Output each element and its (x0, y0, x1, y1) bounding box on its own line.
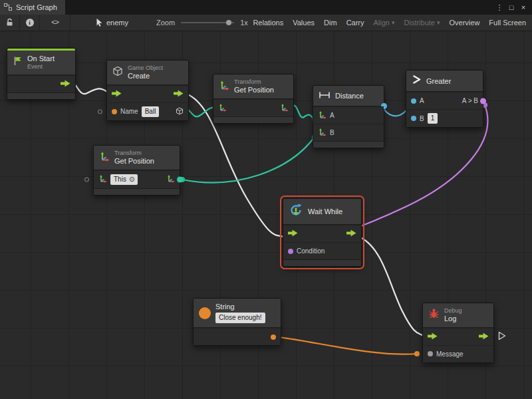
fullscreen-button[interactable]: Full Screen (484, 15, 531, 31)
zoom-slider[interactable] (181, 22, 234, 23)
info-button[interactable]: i (20, 15, 40, 31)
control-output-port[interactable] (61, 80, 70, 88)
control-output-port[interactable] (174, 90, 184, 98)
node-header: Distance (313, 86, 384, 106)
node-get-position-1[interactable]: TransformGet Position (213, 74, 294, 124)
port-label: Message (436, 350, 464, 358)
graph-name-label: enemy (106, 19, 128, 27)
a-input-port[interactable] (411, 98, 416, 104)
chevron-down-icon: ▾ (437, 19, 440, 26)
b-input-port[interactable] (411, 116, 416, 121)
string-value-field[interactable]: Close enough! (215, 313, 265, 323)
cursor-icon (96, 18, 103, 28)
node-greater[interactable]: Greater A A > B B 1 (406, 70, 483, 128)
transform-input-port[interactable] (98, 174, 107, 184)
unconnected-port-ring (98, 109, 102, 114)
vector-output-dot[interactable] (177, 176, 183, 182)
flag-icon (13, 56, 23, 68)
node-string-literal[interactable]: String Close enough! (193, 298, 281, 346)
node-distance[interactable]: Distance A B (313, 85, 384, 148)
window-title: Script Graph (16, 3, 57, 11)
node-subtitle: Game Object (128, 65, 163, 72)
node-debug-log[interactable]: DebugLog Message (422, 303, 494, 363)
port-label: B (420, 115, 424, 122)
node-footer (283, 259, 361, 266)
overview-button[interactable]: Overview (445, 15, 485, 31)
node-title: Wait While (308, 207, 342, 215)
node-subtitle: Transform (114, 150, 154, 157)
port-label: B (330, 129, 334, 136)
result-output-port[interactable] (480, 98, 486, 104)
values-button[interactable]: Values (288, 15, 319, 31)
node-footer (213, 116, 293, 123)
vector-input-port[interactable] (318, 128, 327, 138)
zoom-value: 1x (240, 19, 248, 27)
string-type-icon (199, 307, 211, 319)
target-value-field[interactable]: This⊙ (110, 174, 138, 185)
info-icon: i (26, 19, 34, 27)
node-header: On StartEvent (7, 51, 75, 75)
node-title: Create (128, 72, 163, 80)
graph-toolbar: i <> enemy Zoom 1x Relations Values Dim … (0, 15, 532, 31)
gameobject-output-port[interactable] (176, 107, 184, 116)
maximize-icon[interactable]: □ (506, 1, 517, 14)
name-input-port[interactable] (112, 109, 117, 114)
vector-output-port[interactable] (280, 103, 289, 113)
distance-icon (319, 90, 331, 102)
node-create-game-object[interactable]: Game ObjectCreate Name Ball (106, 60, 189, 121)
control-input-port[interactable] (112, 90, 122, 98)
greater-icon (412, 74, 422, 87)
vector-output-port[interactable] (166, 174, 175, 184)
name-value-field[interactable]: Ball (142, 106, 160, 117)
port-label: A (420, 97, 424, 104)
lock-button[interactable] (0, 15, 20, 31)
node-header: TransformGet Position (213, 74, 293, 99)
vector-input-port[interactable] (318, 110, 327, 120)
node-on-start-event[interactable]: On StartEvent (7, 48, 76, 100)
lock-icon (6, 18, 13, 28)
control-input-port[interactable] (288, 229, 298, 238)
dim-button[interactable]: Dim (319, 15, 342, 31)
zoom-label: Zoom (156, 19, 175, 27)
port-label: Condition (297, 247, 325, 255)
toolbar-buttons: Relations Values Dim Carry Align▾ Distri… (248, 15, 532, 31)
relations-button[interactable]: Relations (248, 15, 288, 31)
node-title: Get Position (114, 157, 154, 166)
node-header: String Close enough! (194, 299, 281, 328)
node-title: String (215, 303, 265, 311)
node-wait-while[interactable]: Wait While Condition (283, 198, 362, 267)
control-output-port[interactable] (479, 332, 489, 341)
close-icon[interactable]: × (518, 1, 529, 14)
condition-input-port[interactable] (288, 249, 293, 254)
window-menu-icon[interactable]: ⋮ (494, 1, 505, 14)
chevron-down-icon: ▾ (392, 19, 395, 26)
object-picker-icon[interactable]: ⊙ (129, 175, 134, 184)
node-footer (313, 141, 384, 148)
message-input-port[interactable] (428, 351, 433, 356)
node-header: DebugLog (423, 303, 493, 328)
node-footer (7, 92, 75, 99)
node-header: Wait While (283, 199, 361, 225)
code-preview-button[interactable]: <> (40, 15, 70, 31)
b-value-field[interactable]: 1 (428, 113, 438, 124)
carry-button[interactable]: Carry (342, 15, 369, 31)
control-output-port[interactable] (346, 229, 356, 238)
transform-input-port[interactable] (218, 103, 227, 113)
align-button: Align▾ (369, 15, 400, 31)
node-get-position-2[interactable]: TransformGet Position This⊙ (93, 145, 180, 196)
wait-while-icon (289, 203, 303, 220)
node-title: On Start (27, 55, 55, 63)
node-header: TransformGet Position (94, 146, 180, 170)
zoom-slider-knob[interactable] (226, 20, 231, 25)
node-footer (94, 188, 180, 195)
code-icon: <> (51, 19, 59, 27)
string-output-port[interactable] (271, 334, 276, 340)
bug-icon (428, 308, 440, 322)
cube-icon (112, 66, 123, 79)
control-input-port[interactable] (428, 332, 438, 341)
transform-icon (99, 151, 110, 164)
zoom-control: Zoom 1x (156, 19, 248, 27)
continue-triangle-icon (498, 331, 506, 342)
node-subtitle: Debug (444, 307, 462, 315)
script-graph-tab[interactable]: Script Graph (0, 0, 65, 15)
